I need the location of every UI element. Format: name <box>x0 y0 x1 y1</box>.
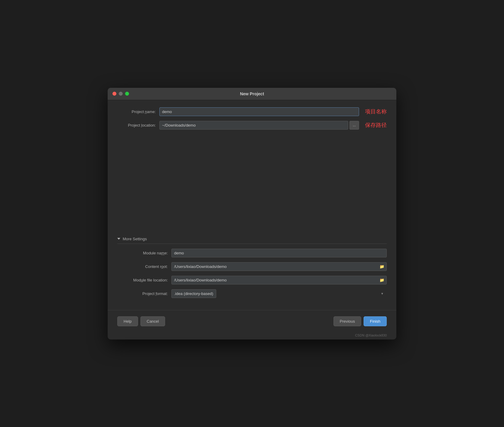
finish-button[interactable]: Finish <box>364 316 387 326</box>
dialog-body: Project name: 项目名称 Project location: ...… <box>108 100 396 310</box>
folder-icon: 📁 <box>380 264 384 269</box>
project-format-label: Project format: <box>117 291 171 296</box>
previous-button[interactable]: Previous <box>333 316 361 326</box>
project-location-row: Project location: ... 保存路径 <box>117 121 387 130</box>
module-name-row: Module name: <box>117 249 387 257</box>
new-project-dialog: New Project Project name: 项目名称 Project l… <box>108 88 396 339</box>
project-location-label: Project location: <box>117 123 159 127</box>
project-location-input[interactable] <box>159 121 348 130</box>
watermark: CSDN @Xiaolock830 <box>108 332 396 339</box>
module-name-input[interactable] <box>171 249 387 257</box>
folder-icon-2: 📁 <box>380 278 384 282</box>
module-name-label: Module name: <box>117 251 171 255</box>
browse-button[interactable]: ... <box>349 121 359 130</box>
project-format-row: Project format: .idea (directory-based) … <box>117 289 387 298</box>
title-bar: New Project <box>108 88 396 100</box>
project-location-annotation: 保存路径 <box>365 121 387 129</box>
more-settings-toggle[interactable]: More Settings <box>117 237 387 244</box>
project-format-select[interactable]: .idea (directory-based) .ipr (file-based… <box>171 289 216 298</box>
project-name-input[interactable] <box>159 107 359 116</box>
footer-left-buttons: Help Cancel <box>117 316 165 326</box>
module-file-location-input-group: 📁 <box>171 276 387 284</box>
more-settings-label: More Settings <box>123 237 147 241</box>
help-button[interactable]: Help <box>117 316 138 326</box>
project-format-select-wrapper: .idea (directory-based) .ipr (file-based… <box>171 289 387 298</box>
module-file-location-label: Module file location: <box>117 278 171 282</box>
cancel-button[interactable]: Cancel <box>140 316 165 326</box>
project-name-label: Project name: <box>117 109 159 114</box>
module-file-location-row: Module file location: 📁 <box>117 276 387 284</box>
content-root-label: Content root: <box>117 264 171 269</box>
module-file-location-input[interactable] <box>171 276 387 284</box>
content-root-row: Content root: 📁 <box>117 262 387 271</box>
spacer <box>117 134 387 237</box>
chevron-down-icon <box>117 238 120 240</box>
footer-right-buttons: Previous Finish <box>333 316 387 326</box>
project-name-row: Project name: 项目名称 <box>117 107 387 116</box>
dialog-footer: Help Cancel Previous Finish <box>108 310 396 332</box>
traffic-lights <box>112 92 129 96</box>
maximize-button[interactable] <box>125 92 129 96</box>
dialog-title: New Project <box>240 91 264 96</box>
minimize-button[interactable] <box>119 92 123 96</box>
project-location-input-group: ... <box>159 121 359 130</box>
project-name-annotation: 项目名称 <box>365 108 387 115</box>
content-root-input-group: 📁 <box>171 262 387 271</box>
content-root-input[interactable] <box>171 262 387 271</box>
more-settings-content: Module name: Content root: 📁 Module file… <box>117 249 387 298</box>
close-button[interactable] <box>112 92 116 96</box>
